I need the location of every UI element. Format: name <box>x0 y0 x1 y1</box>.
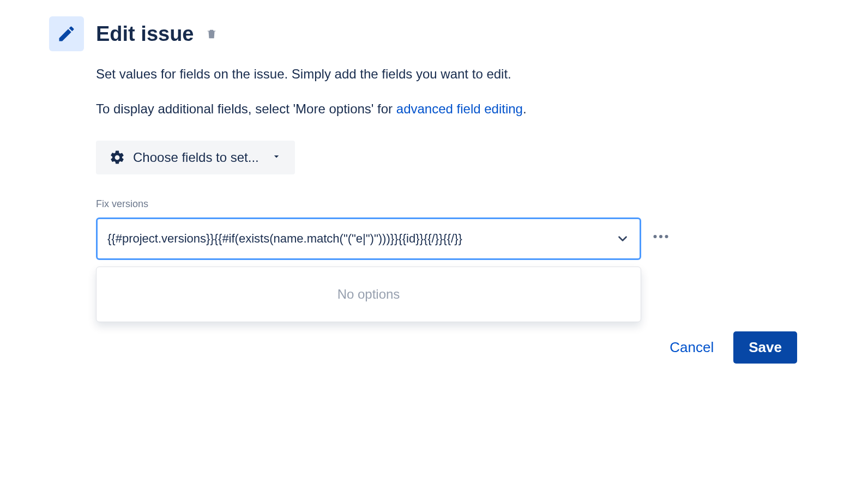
pencil-icon <box>57 24 76 44</box>
more-horizontal-icon <box>651 227 671 246</box>
save-button[interactable]: Save <box>733 331 797 364</box>
description-line2-suffix: . <box>523 101 527 116</box>
gear-icon <box>109 149 125 166</box>
options-dropdown: No options <box>96 267 641 322</box>
no-options-text: No options <box>337 287 400 301</box>
description-line2-prefix: To display additional fields, select 'Mo… <box>96 101 396 116</box>
choose-fields-button[interactable]: Choose fields to set... <box>96 141 295 174</box>
field-more-button[interactable] <box>651 227 671 246</box>
description-line1: Set values for fields on the issue. Simp… <box>96 64 819 84</box>
fix-versions-input[interactable] <box>107 232 610 246</box>
svg-point-0 <box>654 235 657 238</box>
cancel-button[interactable]: Cancel <box>665 332 718 362</box>
advanced-field-editing-link[interactable]: advanced field editing <box>396 101 523 116</box>
page-title: Edit issue <box>96 22 194 46</box>
header-row: Edit issue <box>49 16 819 51</box>
edit-icon-box <box>49 16 84 51</box>
delete-button[interactable] <box>204 26 219 41</box>
fix-versions-label: Fix versions <box>96 198 819 210</box>
select-caret[interactable] <box>610 232 630 246</box>
description-line2: To display additional fields, select 'Mo… <box>96 99 819 119</box>
svg-point-2 <box>665 235 668 238</box>
footer-actions: Cancel Save <box>665 331 797 364</box>
fix-versions-row <box>96 217 819 260</box>
trash-icon <box>206 28 218 40</box>
choose-fields-label: Choose fields to set... <box>133 150 259 165</box>
chevron-down-icon <box>616 232 630 246</box>
content-area: Set values for fields on the issue. Simp… <box>96 64 819 322</box>
fix-versions-select[interactable] <box>96 217 641 260</box>
svg-point-1 <box>659 235 662 238</box>
chevron-down-icon <box>271 150 282 165</box>
